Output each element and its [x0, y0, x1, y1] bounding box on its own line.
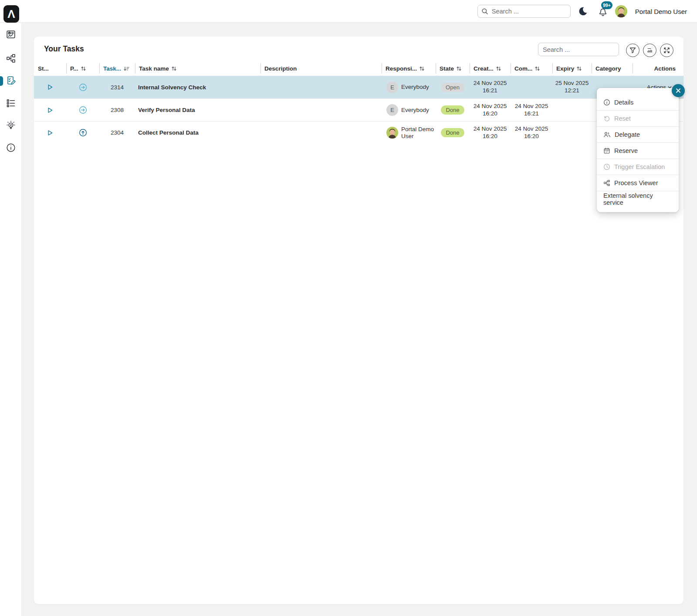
- menu-item-reset: Reset: [597, 110, 679, 126]
- column-header-priority[interactable]: P...: [66, 63, 99, 74]
- chart-button[interactable]: [643, 44, 656, 57]
- task-completed: 24 Nov 202516:20: [511, 125, 552, 140]
- reset-icon: [603, 115, 610, 122]
- task-number: 2304: [99, 129, 135, 136]
- play-icon: [47, 107, 54, 114]
- sidebar-item-dashboard[interactable]: [0, 25, 22, 44]
- lightbulb-icon: [6, 120, 16, 131]
- sidebar-item-cases[interactable]: [0, 94, 22, 113]
- menu-item-process-viewer[interactable]: Process Viewer: [597, 175, 679, 191]
- task-completed: 24 Nov 202516:21: [511, 103, 552, 118]
- table-header-row: St... P... Task... Task name Description…: [34, 61, 683, 76]
- column-header-description[interactable]: Description: [261, 63, 382, 74]
- sidebar-item-info[interactable]: [0, 138, 22, 157]
- status-badge: Open: [441, 83, 464, 92]
- column-header-task-name[interactable]: Task name: [135, 63, 261, 74]
- task-created: 24 Nov 202516:21: [470, 80, 511, 95]
- menu-item-external-solvency-service[interactable]: External solvency service: [597, 191, 679, 207]
- status-badge: Done: [441, 128, 464, 137]
- priority-normal-icon: [66, 83, 99, 91]
- global-search-input[interactable]: [477, 5, 571, 18]
- sidebar-item-tasks[interactable]: [0, 71, 22, 90]
- logo-glyph: Λ: [7, 7, 15, 21]
- filter-button[interactable]: [626, 44, 639, 57]
- process-icon: [603, 179, 610, 186]
- close-icon: [675, 88, 681, 94]
- table-search-input[interactable]: [538, 43, 619, 56]
- menu-item-trigger-escalation: Trigger Escalation: [597, 159, 679, 175]
- task-row[interactable]: 2304 Collect Personal Data Portal Demo U…: [34, 121, 683, 144]
- column-header-state-icon[interactable]: St...: [34, 63, 66, 74]
- start-task-button[interactable]: [34, 107, 66, 114]
- priority-normal-icon: [66, 106, 99, 114]
- task-name: Internal Solvency Check: [135, 84, 261, 91]
- column-header-task-number[interactable]: Task...: [99, 63, 135, 74]
- task-created: 24 Nov 202516:20: [470, 103, 511, 118]
- calendar-icon: 17: [603, 147, 610, 154]
- sort-updown-icon: [456, 66, 462, 71]
- column-header-expiry[interactable]: Expiry: [552, 63, 592, 74]
- page-title: Your Tasks: [44, 44, 84, 54]
- sort-updown-icon: [535, 66, 540, 71]
- case-list-icon: [6, 98, 16, 108]
- task-row[interactable]: 2314 Internal Solvency Check E Everybody…: [34, 76, 683, 98]
- column-header-category[interactable]: Category: [592, 63, 633, 74]
- responsible-avatar: [386, 127, 398, 139]
- tasks-card: Your Tasks St... P.: [34, 37, 683, 604]
- sort-updown-icon: [496, 66, 501, 71]
- actions-context-menu: Details Reset Delegate 17 Reserve Trigge…: [597, 88, 679, 212]
- process-icon: [6, 53, 16, 64]
- task-state: Done: [436, 128, 470, 137]
- dark-mode-toggle[interactable]: [578, 6, 588, 17]
- task-number: 2314: [99, 84, 135, 91]
- sidebar-item-tips[interactable]: [0, 116, 22, 135]
- sidebar: [0, 23, 22, 616]
- svg-text:17: 17: [606, 150, 608, 153]
- task-number: 2308: [99, 107, 135, 113]
- start-task-button[interactable]: [34, 129, 66, 136]
- task-responsible: E Everybody: [382, 104, 436, 116]
- chart-icon: [646, 47, 653, 54]
- task-responsible: E Everybody: [382, 81, 436, 93]
- global-search: [477, 5, 571, 18]
- sort-desc-icon: [123, 66, 129, 71]
- filter-icon: [629, 47, 636, 54]
- column-header-created[interactable]: Creat...: [470, 63, 511, 74]
- close-menu-button[interactable]: [672, 84, 685, 97]
- topbar-right-group: 99+ Portal Demo User: [477, 0, 687, 23]
- task-created: 24 Nov 202516:20: [470, 125, 511, 140]
- user-avatar[interactable]: [615, 5, 627, 17]
- notification-count-badge: 99+: [601, 1, 612, 9]
- menu-item-delegate[interactable]: Delegate: [597, 126, 679, 142]
- sidebar-item-processes[interactable]: [0, 49, 22, 68]
- expand-button[interactable]: [660, 44, 673, 57]
- column-header-actions: Actions: [633, 63, 683, 74]
- column-header-state[interactable]: State: [436, 63, 470, 74]
- table-body: 2314 Internal Solvency Check E Everybody…: [34, 76, 683, 144]
- column-header-completed[interactable]: Com...: [511, 63, 552, 74]
- topbar: Λ 99+: [0, 0, 697, 23]
- sort-updown-icon: [576, 66, 582, 71]
- notifications-button[interactable]: 99+: [598, 6, 608, 17]
- status-badge: Done: [441, 105, 464, 115]
- expand-icon: [663, 47, 670, 54]
- delegate-icon: [603, 131, 611, 138]
- menu-item-details[interactable]: Details: [597, 94, 679, 110]
- moon-icon: [578, 6, 588, 17]
- task-state: Open: [436, 83, 470, 92]
- dashboard-icon: [6, 29, 16, 40]
- task-name: Verify Personal Data: [135, 107, 261, 113]
- column-header-responsible[interactable]: Responsi...: [382, 63, 436, 74]
- user-name[interactable]: Portal Demo User: [635, 8, 687, 15]
- app-logo[interactable]: Λ: [3, 5, 19, 23]
- task-state: Done: [436, 105, 470, 115]
- info-icon: [6, 142, 16, 153]
- sort-updown-icon: [171, 66, 177, 71]
- task-row[interactable]: 2308 Verify Personal Data E Everybody Do…: [34, 98, 683, 121]
- sort-updown-icon: [419, 66, 425, 71]
- task-responsible: Portal Demo User: [382, 126, 436, 139]
- start-task-button[interactable]: [34, 84, 66, 91]
- sort-updown-icon: [81, 66, 86, 71]
- clock-icon: [603, 163, 610, 170]
- menu-item-reserve[interactable]: 17 Reserve: [597, 142, 679, 159]
